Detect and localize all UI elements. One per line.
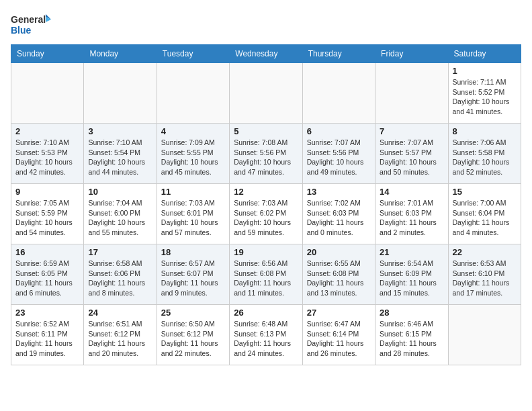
weekday-header-tuesday: Tuesday <box>157 45 229 63</box>
calendar-cell: 14Sunrise: 7:01 AM Sunset: 6:03 PM Dayli… <box>375 184 448 244</box>
calendar-cell: 26Sunrise: 6:48 AM Sunset: 6:13 PM Dayli… <box>230 305 302 365</box>
day-info: Sunrise: 7:01 AM Sunset: 6:03 PM Dayligh… <box>380 198 443 238</box>
calendar-week-3: 16Sunrise: 6:59 AM Sunset: 6:05 PM Dayli… <box>11 244 521 305</box>
day-info: Sunrise: 7:03 AM Sunset: 6:02 PM Dayligh… <box>234 198 298 238</box>
day-info: Sunrise: 7:03 AM Sunset: 6:01 PM Dayligh… <box>161 198 225 238</box>
calendar-cell: 17Sunrise: 6:58 AM Sunset: 6:06 PM Dayli… <box>84 244 157 305</box>
day-info: Sunrise: 7:05 AM Sunset: 5:59 PM Dayligh… <box>15 198 79 238</box>
weekday-header-friday: Friday <box>375 45 448 63</box>
calendar-cell: 8Sunrise: 7:06 AM Sunset: 5:58 PM Daylig… <box>448 124 521 184</box>
day-number: 2 <box>15 126 79 136</box>
weekday-header-wednesday: Wednesday <box>230 45 302 63</box>
day-info: Sunrise: 7:10 AM Sunset: 5:53 PM Dayligh… <box>15 138 79 177</box>
logo: General Blue <box>11 11 51 38</box>
day-number: 8 <box>453 126 517 136</box>
calendar-cell <box>157 63 229 124</box>
day-number: 28 <box>380 308 443 318</box>
day-number: 13 <box>307 187 371 197</box>
day-number: 3 <box>88 126 152 136</box>
day-number: 18 <box>161 247 225 257</box>
day-info: Sunrise: 7:07 AM Sunset: 5:57 PM Dayligh… <box>380 138 443 177</box>
calendar-cell: 20Sunrise: 6:55 AM Sunset: 6:08 PM Dayli… <box>302 244 375 305</box>
day-info: Sunrise: 6:50 AM Sunset: 6:12 PM Dayligh… <box>161 319 225 359</box>
day-number: 16 <box>15 247 79 257</box>
day-info: Sunrise: 7:10 AM Sunset: 5:54 PM Dayligh… <box>88 138 152 177</box>
calendar-table: SundayMondayTuesdayWednesdayThursdayFrid… <box>11 44 521 365</box>
day-number: 24 <box>88 308 152 318</box>
day-info: Sunrise: 7:11 AM Sunset: 5:52 PM Dayligh… <box>453 77 517 117</box>
calendar-cell: 28Sunrise: 6:46 AM Sunset: 6:15 PM Dayli… <box>375 305 448 365</box>
weekday-header-sunday: Sunday <box>11 45 84 63</box>
calendar-cell: 11Sunrise: 7:03 AM Sunset: 6:01 PM Dayli… <box>157 184 229 244</box>
weekday-header-saturday: Saturday <box>448 45 521 63</box>
calendar-cell: 19Sunrise: 6:56 AM Sunset: 6:08 PM Dayli… <box>230 244 302 305</box>
day-info: Sunrise: 6:55 AM Sunset: 6:08 PM Dayligh… <box>307 259 371 298</box>
calendar-cell: 7Sunrise: 7:07 AM Sunset: 5:57 PM Daylig… <box>375 124 448 184</box>
day-number: 1 <box>453 66 517 76</box>
day-info: Sunrise: 6:53 AM Sunset: 6:10 PM Dayligh… <box>453 259 517 298</box>
day-info: Sunrise: 7:00 AM Sunset: 6:04 PM Dayligh… <box>453 198 517 238</box>
calendar-cell <box>375 63 448 124</box>
day-info: Sunrise: 7:07 AM Sunset: 5:56 PM Dayligh… <box>307 138 371 177</box>
day-info: Sunrise: 6:52 AM Sunset: 6:11 PM Dayligh… <box>15 319 79 359</box>
calendar-cell: 5Sunrise: 7:08 AM Sunset: 5:56 PM Daylig… <box>230 124 302 184</box>
calendar-cell: 9Sunrise: 7:05 AM Sunset: 5:59 PM Daylig… <box>11 184 84 244</box>
calendar-cell: 12Sunrise: 7:03 AM Sunset: 6:02 PM Dayli… <box>230 184 302 244</box>
calendar-cell: 21Sunrise: 6:54 AM Sunset: 6:09 PM Dayli… <box>375 244 448 305</box>
calendar-cell: 23Sunrise: 6:52 AM Sunset: 6:11 PM Dayli… <box>11 305 84 365</box>
calendar-week-4: 23Sunrise: 6:52 AM Sunset: 6:11 PM Dayli… <box>11 305 521 365</box>
svg-text:Blue: Blue <box>11 25 32 36</box>
calendar-cell: 22Sunrise: 6:53 AM Sunset: 6:10 PM Dayli… <box>448 244 521 305</box>
day-number: 15 <box>453 187 517 197</box>
calendar-cell <box>11 63 84 124</box>
calendar-cell: 25Sunrise: 6:50 AM Sunset: 6:12 PM Dayli… <box>157 305 229 365</box>
weekday-header-row: SundayMondayTuesdayWednesdayThursdayFrid… <box>11 45 521 63</box>
day-number: 17 <box>88 247 152 257</box>
calendar-cell: 24Sunrise: 6:51 AM Sunset: 6:12 PM Dayli… <box>84 305 157 365</box>
day-number: 11 <box>161 187 225 197</box>
day-info: Sunrise: 7:06 AM Sunset: 5:58 PM Dayligh… <box>453 138 517 177</box>
day-number: 9 <box>15 187 79 197</box>
calendar-cell <box>448 305 521 365</box>
day-number: 4 <box>161 126 225 136</box>
day-info: Sunrise: 7:09 AM Sunset: 5:55 PM Dayligh… <box>161 138 225 177</box>
day-number: 26 <box>234 308 298 318</box>
calendar-week-1: 2Sunrise: 7:10 AM Sunset: 5:53 PM Daylig… <box>11 124 521 184</box>
day-number: 20 <box>307 247 371 257</box>
day-number: 27 <box>307 308 371 318</box>
calendar-cell: 2Sunrise: 7:10 AM Sunset: 5:53 PM Daylig… <box>11 124 84 184</box>
calendar-cell <box>302 63 375 124</box>
day-info: Sunrise: 6:59 AM Sunset: 6:05 PM Dayligh… <box>15 259 79 298</box>
day-info: Sunrise: 6:46 AM Sunset: 6:15 PM Dayligh… <box>380 319 443 359</box>
calendar-cell <box>230 63 302 124</box>
calendar-cell: 18Sunrise: 6:57 AM Sunset: 6:07 PM Dayli… <box>157 244 229 305</box>
calendar-cell: 6Sunrise: 7:07 AM Sunset: 5:56 PM Daylig… <box>302 124 375 184</box>
calendar-week-0: 1Sunrise: 7:11 AM Sunset: 5:52 PM Daylig… <box>11 63 521 124</box>
day-info: Sunrise: 7:08 AM Sunset: 5:56 PM Dayligh… <box>234 138 298 177</box>
day-number: 19 <box>234 247 298 257</box>
weekday-header-thursday: Thursday <box>302 45 375 63</box>
page-header: General Blue <box>11 11 521 38</box>
calendar-week-2: 9Sunrise: 7:05 AM Sunset: 5:59 PM Daylig… <box>11 184 521 244</box>
day-info: Sunrise: 6:48 AM Sunset: 6:13 PM Dayligh… <box>234 319 298 359</box>
calendar-cell: 13Sunrise: 7:02 AM Sunset: 6:03 PM Dayli… <box>302 184 375 244</box>
day-number: 25 <box>161 308 225 318</box>
day-number: 23 <box>15 308 79 318</box>
day-number: 14 <box>380 187 443 197</box>
day-number: 21 <box>380 247 443 257</box>
day-info: Sunrise: 6:54 AM Sunset: 6:09 PM Dayligh… <box>380 259 443 298</box>
day-number: 22 <box>453 247 517 257</box>
day-info: Sunrise: 6:47 AM Sunset: 6:14 PM Dayligh… <box>307 319 371 359</box>
day-number: 7 <box>380 126 443 136</box>
calendar-cell: 27Sunrise: 6:47 AM Sunset: 6:14 PM Dayli… <box>302 305 375 365</box>
day-info: Sunrise: 7:04 AM Sunset: 6:00 PM Dayligh… <box>88 198 152 238</box>
day-info: Sunrise: 6:57 AM Sunset: 6:07 PM Dayligh… <box>161 259 225 298</box>
day-number: 6 <box>307 126 371 136</box>
svg-text:General: General <box>11 14 46 25</box>
calendar-cell: 15Sunrise: 7:00 AM Sunset: 6:04 PM Dayli… <box>448 184 521 244</box>
logo-svg: General Blue <box>11 11 51 38</box>
calendar-cell: 10Sunrise: 7:04 AM Sunset: 6:00 PM Dayli… <box>84 184 157 244</box>
day-number: 10 <box>88 187 152 197</box>
weekday-header-monday: Monday <box>84 45 157 63</box>
day-info: Sunrise: 7:02 AM Sunset: 6:03 PM Dayligh… <box>307 198 371 238</box>
